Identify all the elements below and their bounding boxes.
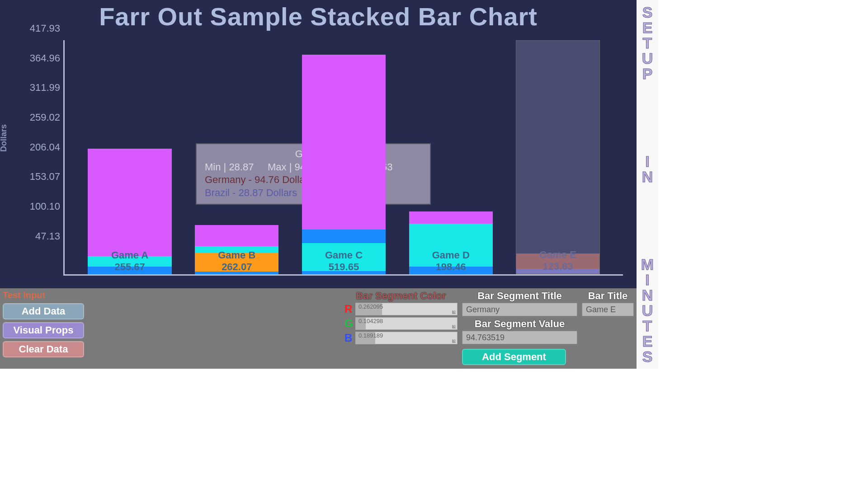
chart-area: Dollars Game E Min | 28.87 Max | 94.76 T…: [5, 31, 627, 280]
add-segment-button[interactable]: Add Segment: [462, 349, 566, 365]
y-tick: 206.04: [22, 141, 60, 153]
sidebar: SETUPINMINUTES: [637, 0, 658, 369]
g-input[interactable]: 0.104298: [355, 317, 458, 330]
segment-value-input[interactable]: [462, 331, 577, 344]
bar-segment[interactable]: [302, 243, 386, 271]
b-label: B: [344, 332, 353, 344]
bar-segment[interactable]: [88, 256, 171, 266]
bar-segment[interactable]: [302, 230, 386, 243]
bar-title-input[interactable]: [582, 303, 634, 316]
segment-title-label: Bar Segment Title: [462, 290, 577, 302]
segment-title-input[interactable]: [462, 303, 577, 316]
bar-segment[interactable]: [409, 224, 493, 266]
sidebar-letter: U: [642, 51, 653, 66]
bar-game-a[interactable]: Game A255.67: [88, 149, 171, 274]
bar-segment[interactable]: [302, 55, 386, 230]
bar-game-b[interactable]: Game B262.07: [195, 225, 278, 274]
sidebar-word: SETUP: [642, 5, 653, 81]
bar-label: Game E123.63: [516, 249, 599, 272]
add-data-button[interactable]: Add Data: [3, 303, 84, 319]
visual-props-button[interactable]: Visual Props: [3, 322, 84, 338]
bar-game-d[interactable]: Game D198.46: [409, 211, 493, 274]
segment-value-label: Bar Segment Value: [462, 318, 577, 330]
sidebar-letter: I: [645, 272, 649, 287]
segment-color-column: Bar Segment Color R 0.262095 G 0.104298 …: [344, 290, 458, 366]
main-panel: Farr Out Sample Stacked Bar Chart Dollar…: [0, 0, 637, 369]
sidebar-letter: S: [642, 5, 653, 20]
sidebar-letter: N: [642, 169, 653, 184]
bar-segment[interactable]: [302, 271, 386, 274]
bar-title-label: Bar Title: [582, 290, 634, 302]
segment-color-title: Bar Segment Color: [344, 290, 458, 302]
clear-data-button[interactable]: Clear Data: [3, 341, 84, 357]
y-tick: 259.02: [22, 112, 60, 123]
bar-segment[interactable]: [195, 246, 278, 253]
sidebar-letter: T: [643, 35, 652, 51]
y-tick: 364.96: [22, 52, 60, 64]
sidebar-letter: T: [643, 318, 652, 333]
y-axis-label: Dollars: [0, 124, 9, 151]
sidebar-letter: M: [641, 257, 654, 272]
sidebar-word: MINUTES: [641, 257, 654, 364]
bar-segment[interactable]: [409, 267, 493, 274]
sidebar-letter: S: [642, 349, 653, 364]
selected-bar-overlay: Game E123.63: [516, 40, 599, 274]
bar-game-c[interactable]: Game C519.65: [302, 55, 386, 274]
chart-title: Farr Out Sample Stacked Bar Chart: [0, 0, 637, 31]
sidebar-word: IN: [642, 154, 653, 184]
y-tick: 311.99: [22, 82, 60, 94]
bar-title-column: Bar Title: [582, 290, 634, 366]
y-tick: 100.10: [22, 201, 60, 212]
y-tick: 47.13: [22, 230, 60, 242]
b-input[interactable]: 0.189189: [355, 332, 458, 344]
left-controls: Test Input Add Data Visual Props Clear D…: [3, 290, 98, 366]
y-tick: 153.07: [22, 171, 60, 183]
r-label: R: [344, 303, 353, 315]
segment-fields-column: Bar Segment Title Bar Segment Value Add …: [462, 290, 577, 366]
test-input-label: Test Input: [3, 290, 98, 300]
sidebar-letter: E: [642, 333, 653, 349]
sidebar-letter: N: [642, 287, 653, 303]
r-input[interactable]: 0.262095: [355, 303, 458, 315]
bar-segment[interactable]: [88, 149, 171, 256]
sidebar-letter: P: [642, 66, 653, 81]
sidebar-letter: E: [642, 20, 653, 35]
bar-segment[interactable]: [88, 267, 171, 274]
bar-segment[interactable]: [409, 211, 493, 224]
bar-segment[interactable]: [195, 272, 278, 274]
y-tick: 417.93: [22, 23, 60, 34]
g-label: G: [344, 317, 353, 330]
plot-area: Game E Min | 28.87 Max | 94.76 Total | 1…: [63, 40, 623, 276]
sidebar-letter: I: [645, 154, 649, 169]
bar-segment[interactable]: [195, 225, 278, 246]
bar-segment[interactable]: [195, 253, 278, 272]
controls-panel: Test Input Add Data Visual Props Clear D…: [0, 288, 637, 369]
sidebar-letter: U: [642, 303, 653, 318]
